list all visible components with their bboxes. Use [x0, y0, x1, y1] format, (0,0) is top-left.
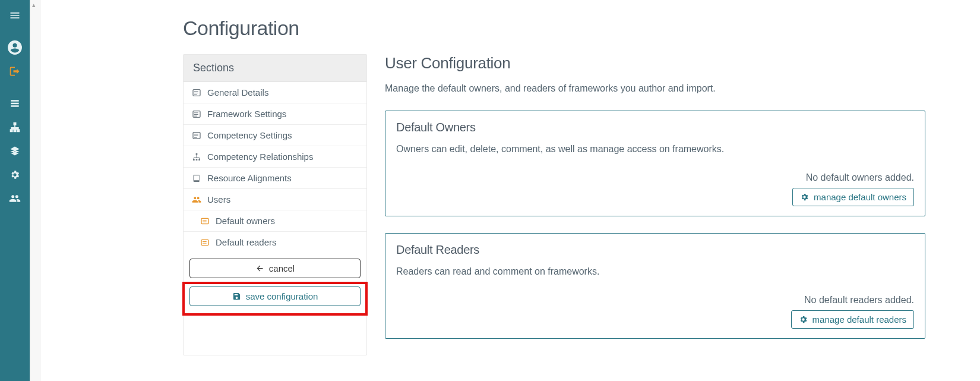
save-configuration-button[interactable]: save configuration [189, 286, 361, 306]
sign-out-icon [9, 65, 21, 77]
manage-default-owners-button[interactable]: manage default owners [792, 188, 914, 206]
gear-icon [800, 193, 809, 201]
save-icon [232, 292, 241, 301]
svg-rect-15 [196, 159, 198, 160]
left-sidebar [0, 0, 30, 381]
section-label: Default owners [216, 216, 275, 226]
section-default-readers[interactable]: Default readers [184, 232, 366, 253]
hamburger-icon [9, 10, 21, 21]
user-configuration-pane: User Configuration Manage the default ow… [385, 54, 925, 355]
main-content: Configuration Sections General Details F… [40, 0, 980, 381]
section-framework-settings[interactable]: Framework Settings [184, 103, 366, 125]
svg-rect-10 [194, 134, 198, 134]
nav-list-icon-button[interactable] [0, 92, 30, 115]
section-competency-settings[interactable]: Competency Settings [184, 125, 366, 146]
svg-rect-8 [194, 115, 197, 116]
user-circle-icon [7, 40, 23, 55]
arrow-left-icon [255, 264, 264, 273]
svg-rect-4 [194, 94, 197, 95]
section-label: Competency Relationships [207, 152, 313, 162]
svg-rect-11 [194, 136, 198, 136]
nav-settings-button[interactable] [0, 163, 30, 187]
nav-layers-button[interactable] [0, 139, 30, 163]
svg-rect-17 [201, 218, 208, 223]
gear-icon [10, 169, 20, 180]
section-label: General Details [207, 87, 268, 97]
default-owners-card: Default Owners Owners can edit, delete, … [385, 111, 925, 216]
sitemap-icon [192, 152, 201, 162]
book-icon [192, 174, 201, 183]
manage-default-readers-button[interactable]: manage default readers [791, 310, 914, 329]
readers-empty-message: No default readers added. [396, 295, 914, 306]
cancel-button[interactable]: cancel [189, 259, 361, 278]
svg-rect-18 [203, 220, 207, 221]
sitemap-icon [9, 121, 21, 133]
section-label: Framework Settings [207, 109, 286, 119]
section-competency-relationships[interactable]: Competency Relationships [184, 146, 366, 168]
svg-rect-7 [194, 114, 198, 115]
nav-users-button[interactable] [0, 187, 30, 210]
section-resource-alignments[interactable]: Resource Alignments [184, 168, 366, 189]
user-config-description: Manage the default owners, and readers o… [385, 83, 925, 94]
scroll-up-icon: ▴ [32, 1, 36, 9]
default-readers-card: Default Readers Readers can read and com… [385, 233, 925, 339]
list-icon [9, 97, 21, 109]
svg-rect-19 [203, 221, 207, 222]
section-default-owners[interactable]: Default owners [184, 210, 366, 232]
readers-title: Default Readers [396, 243, 914, 257]
section-label: Resource Alignments [207, 173, 292, 183]
sections-header: Sections [184, 55, 366, 82]
page-title: Configuration [183, 17, 974, 40]
svg-rect-16 [198, 159, 200, 160]
svg-rect-22 [203, 243, 207, 243]
save-label: save configuration [246, 291, 318, 301]
cancel-label: cancel [269, 263, 295, 273]
svg-rect-2 [194, 91, 198, 92]
manage-owners-label: manage default owners [814, 192, 906, 202]
section-label: Default readers [216, 237, 277, 247]
svg-rect-20 [201, 240, 208, 245]
manage-readers-label: manage default readers [813, 314, 906, 325]
list-icon [200, 216, 210, 226]
svg-rect-13 [196, 153, 198, 155]
svg-rect-21 [203, 241, 207, 242]
section-users[interactable]: Users [184, 189, 366, 210]
section-general-details[interactable]: General Details [184, 82, 366, 103]
svg-rect-14 [193, 159, 195, 160]
layers-icon [9, 145, 21, 157]
users-icon [192, 195, 201, 204]
sections-panel: Sections General Details Framework Setti… [183, 54, 367, 355]
readers-description: Readers can read and comment on framewor… [396, 266, 914, 277]
profile-icon-button[interactable] [0, 36, 30, 59]
owners-description: Owners can edit, delete, comment, as wel… [396, 144, 914, 155]
logout-button[interactable] [0, 59, 30, 83]
user-config-title: User Configuration [385, 54, 925, 73]
nav-sitemap-button[interactable] [0, 115, 30, 139]
list-alt-icon [192, 131, 201, 140]
svg-rect-3 [194, 93, 198, 93]
svg-rect-12 [194, 137, 197, 137]
save-highlight: save configuration [184, 283, 366, 314]
owners-empty-message: No default owners added. [396, 172, 914, 183]
users-icon [9, 193, 21, 204]
section-label: Competency Settings [207, 130, 292, 140]
svg-rect-6 [194, 112, 198, 113]
list-alt-icon [192, 88, 201, 97]
scroll-gutter[interactable]: ▴ [30, 0, 40, 381]
list-alt-icon [192, 109, 201, 119]
menu-toggle[interactable] [0, 4, 30, 27]
gear-icon [799, 315, 808, 324]
section-label: Users [207, 194, 230, 204]
owners-title: Default Owners [396, 121, 914, 134]
list-icon [200, 238, 210, 247]
